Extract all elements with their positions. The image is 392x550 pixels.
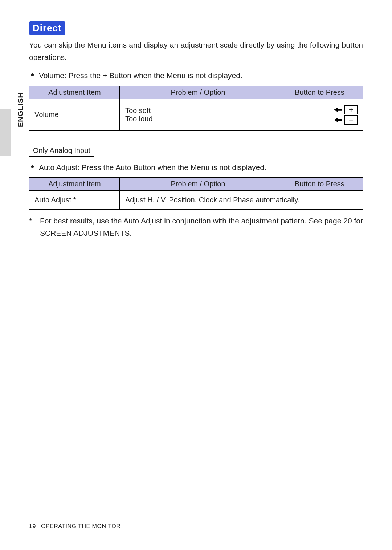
table-header-row: Adjustment Item Problem / Option Button … (29, 178, 363, 191)
table-header-row: Adjustment Item Problem / Option Button … (29, 86, 363, 99)
bullet-icon: ● (30, 71, 34, 78)
footnote: * For best results, use the Auto Adjust … (29, 215, 363, 239)
language-tab (0, 109, 11, 156)
volume-table: Adjustment Item Problem / Option Button … (29, 86, 363, 131)
cell-item: Auto Adjust * (29, 191, 120, 210)
arrow-left-icon (334, 106, 342, 113)
direct-badge: Direct (29, 21, 65, 35)
th-button-to-press: Button to Press (276, 178, 363, 191)
page-content: Direct You can skip the Menu items and d… (29, 21, 363, 239)
plus-button-icon: + (344, 105, 358, 114)
table-row: Auto Adjust * Adjust H. / V. Position, C… (29, 191, 363, 210)
footnote-text: For best results, use the Auto Adjust in… (40, 215, 363, 239)
minus-button-icon: − (344, 115, 358, 125)
page: ENGLISH Direct You can skip the Menu ite… (0, 0, 392, 550)
button-plus-row: + (281, 105, 358, 114)
bullet-auto-text: Auto Adjust: Press the Auto Button when … (39, 162, 266, 173)
button-minus-row: − (281, 115, 358, 125)
page-footer: 19 OPERATING THE MONITOR (29, 523, 121, 530)
th-problem-option: Problem / Option (120, 86, 276, 99)
problem-line-2: Too loud (125, 115, 271, 123)
cell-problem: Too soft Too loud (120, 99, 276, 130)
auto-adjust-table: Adjustment Item Problem / Option Button … (29, 177, 363, 210)
language-tab-label: ENGLISH (16, 92, 25, 127)
intro-text: You can skip the Menu items and display … (29, 39, 363, 63)
th-problem-option: Problem / Option (120, 178, 276, 191)
bullet-auto-adjust: ● Auto Adjust: Press the Auto Button whe… (29, 162, 363, 173)
cell-item: Volume (29, 99, 120, 130)
bullet-icon: ● (30, 163, 34, 170)
th-button-to-press: Button to Press (276, 86, 363, 99)
th-adjustment-item: Adjustment Item (29, 178, 120, 191)
cell-button: + − (276, 99, 363, 130)
bullet-volume-text: Volume: Press the + Button when the Menu… (39, 70, 242, 81)
arrow-left-icon (334, 117, 342, 123)
table-row: Volume Too soft Too loud + (29, 99, 363, 130)
footer-section-title: OPERATING THE MONITOR (41, 523, 121, 529)
th-adjustment-item: Adjustment Item (29, 86, 120, 99)
cell-problem: Adjust H. / V. Position, Clock and Phase… (120, 191, 363, 210)
analog-input-box: Only Analog Input (29, 145, 94, 157)
problem-line-1: Too soft (125, 106, 271, 115)
bullet-volume: ● Volume: Press the + Button when the Me… (29, 70, 363, 81)
footnote-symbol: * (29, 215, 40, 239)
page-number: 19 (29, 523, 39, 530)
